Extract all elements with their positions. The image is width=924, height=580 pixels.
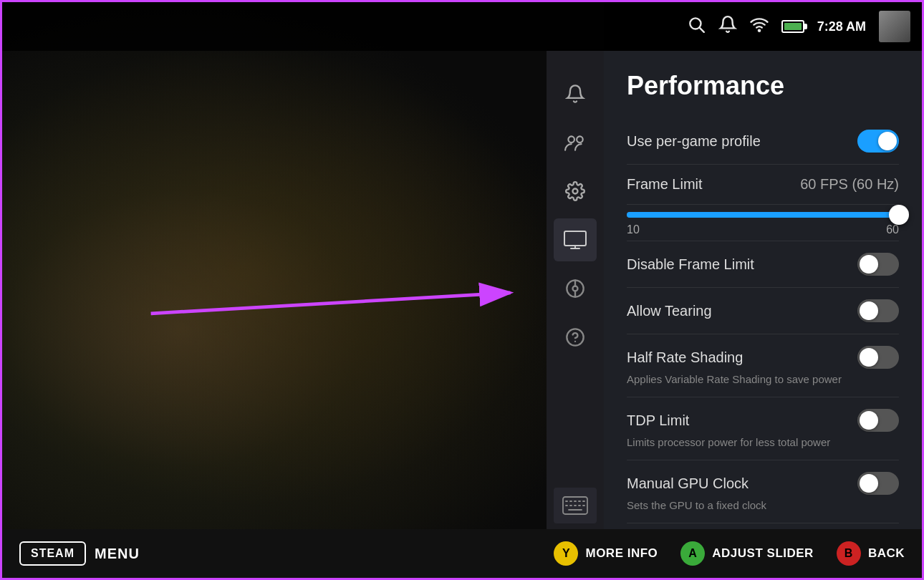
setting-label-half-rate: Half Rate Shading: [627, 349, 743, 366]
toggle-allow-tearing[interactable]: [857, 299, 899, 322]
menu-label: MENU: [95, 546, 140, 562]
y-label: Y: [562, 547, 570, 560]
sidebar: [547, 51, 604, 529]
sidebar-item-notifications[interactable]: [554, 72, 597, 115]
b-button[interactable]: B: [837, 541, 861, 566]
toggle-tdp-limit[interactable]: [857, 409, 899, 432]
svg-point-5: [568, 136, 574, 142]
b-label: B: [844, 547, 853, 560]
svg-line-1: [700, 28, 704, 32]
setting-per-game-profile: Use per-game profile: [627, 118, 899, 165]
a-label: A: [688, 547, 697, 560]
svg-point-6: [577, 136, 583, 142]
action-back: B BACK: [837, 541, 905, 566]
sidebar-item-keyboard[interactable]: [554, 488, 597, 523]
svg-point-7: [573, 189, 578, 194]
setting-sub-gpu-clock: Sets the GPU to a fixed clock: [627, 495, 899, 511]
setting-tdp-limit: TDP Limit Limits processor power for les…: [627, 397, 899, 460]
y-button[interactable]: Y: [554, 541, 578, 566]
setting-label-allow-tearing: Allow Tearing: [627, 303, 712, 319]
setting-manual-gpu-clock: Manual GPU Clock Sets the GPU to a fixed…: [627, 460, 899, 523]
slider-labels: 10 60: [627, 223, 899, 236]
search-icon[interactable]: [687, 15, 706, 38]
bottom-bar: STEAM MENU Y MORE INFO A ADJUST SLIDER B…: [2, 529, 922, 578]
setting-allow-tearing: Allow Tearing: [627, 288, 899, 334]
setting-sub-half-rate: Applies Variable Rate Shading to save po…: [627, 369, 899, 385]
slider-min-label: 10: [627, 223, 640, 236]
adjust-slider-label: ADJUST SLIDER: [712, 546, 814, 561]
action-more-info: Y MORE INFO: [554, 541, 658, 566]
setting-value-frame-limit: 60 FPS (60 Hz): [800, 176, 899, 193]
status-icons: 7:28 AM: [687, 11, 910, 42]
sidebar-item-help[interactable]: [554, 316, 597, 359]
setting-label-disable-frame: Disable Frame Limit: [627, 256, 754, 273]
avatar[interactable]: [879, 11, 910, 42]
setting-frame-limit: Frame Limit 60 FPS (60 Hz): [627, 165, 899, 205]
battery-icon: [781, 20, 804, 33]
game-background: [2, 2, 604, 546]
sidebar-item-settings[interactable]: [554, 170, 597, 213]
setting-half-rate-shading: Half Rate Shading Applies Variable Rate …: [627, 334, 899, 397]
sidebar-item-music[interactable]: [554, 267, 597, 310]
toggle-per-game-profile[interactable]: [857, 130, 899, 153]
setting-disable-frame-limit: Disable Frame Limit: [627, 241, 899, 288]
frame-limit-slider-container: 10 60: [627, 205, 899, 241]
setting-label-per-game: Use per-game profile: [627, 133, 761, 150]
setting-label-gpu-clock: Manual GPU Clock: [627, 475, 749, 492]
action-adjust-slider: A ADJUST SLIDER: [680, 541, 814, 566]
svg-rect-8: [564, 231, 586, 246]
more-info-label: MORE INFO: [585, 546, 658, 561]
slider-max-label: 60: [886, 223, 899, 236]
slider-thumb[interactable]: [889, 205, 909, 225]
status-time: 7:28 AM: [817, 19, 866, 34]
slider-track[interactable]: [627, 212, 899, 218]
toggle-half-rate-shading[interactable]: [857, 346, 899, 369]
setting-label-frame-limit: Frame Limit: [627, 176, 703, 193]
steam-button[interactable]: STEAM: [19, 541, 86, 566]
slider-fill: [627, 212, 899, 218]
toggle-manual-gpu-clock[interactable]: [857, 472, 899, 495]
setting-sub-tdp: Limits processor power for less total po…: [627, 432, 899, 448]
toggle-disable-frame-limit[interactable]: [857, 253, 899, 276]
sidebar-item-performance[interactable]: [554, 218, 597, 261]
setting-label-tdp: TDP Limit: [627, 412, 689, 429]
sidebar-item-friends[interactable]: [554, 121, 597, 164]
back-label: BACK: [868, 546, 905, 561]
performance-panel: Performance Use per-game profile Frame L…: [604, 51, 922, 529]
a-button[interactable]: A: [680, 541, 705, 566]
svg-point-2: [759, 30, 760, 32]
cast-icon: [750, 15, 769, 38]
status-bar: 7:28 AM: [2, 2, 922, 51]
panel-title: Performance: [627, 71, 899, 101]
notification-icon[interactable]: [718, 15, 737, 38]
